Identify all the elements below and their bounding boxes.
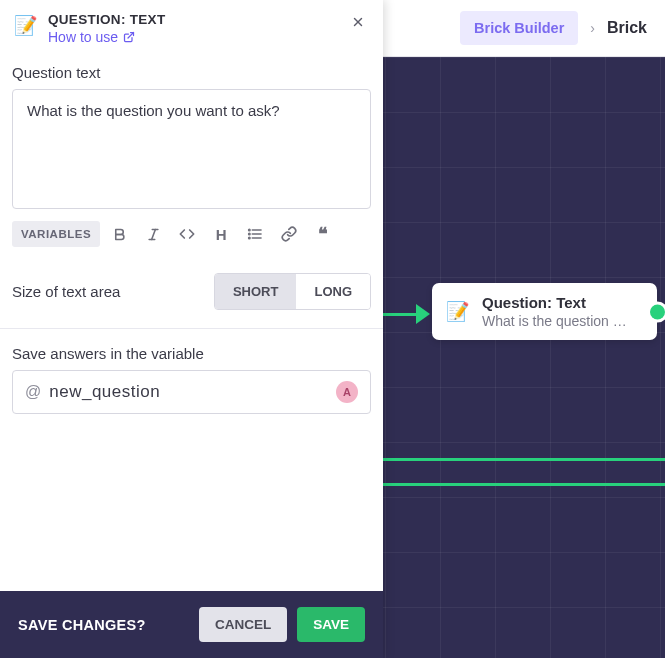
save-changes-label: SAVE CHANGES? — [18, 617, 146, 633]
list-button[interactable] — [240, 219, 270, 249]
code-button[interactable] — [172, 219, 202, 249]
size-row: Size of text area SHORT LONG — [0, 257, 383, 329]
list-icon — [247, 226, 263, 242]
breadcrumb-separator: › — [590, 20, 595, 36]
bold-button[interactable] — [104, 219, 134, 249]
save-button[interactable]: SAVE — [297, 607, 365, 642]
close-icon — [351, 15, 365, 29]
variables-button[interactable]: VARIABLES — [12, 221, 100, 247]
heading-button[interactable]: H — [206, 219, 236, 249]
how-to-use-link[interactable]: How to use — [48, 29, 135, 45]
svg-line-0 — [128, 33, 134, 39]
italic-button[interactable] — [138, 219, 168, 249]
size-segmented: SHORT LONG — [214, 273, 371, 310]
node-title: Question: Text — [482, 294, 643, 311]
panel-footer: SAVE CHANGES? CANCEL SAVE — [0, 591, 383, 658]
external-link-icon — [123, 31, 135, 43]
at-symbol: @ — [25, 383, 41, 401]
question-icon: 📝 — [14, 14, 38, 37]
bold-icon — [112, 227, 127, 242]
italic-icon — [146, 227, 161, 242]
node-subtitle: What is the question … — [482, 313, 643, 329]
node-input-arrow — [383, 304, 433, 324]
save-variable-label: Save answers in the variable — [12, 345, 371, 362]
editor-panel: 📝 QUESTION: TEXT How to use Question tex… — [0, 0, 383, 658]
question-node[interactable]: 📝 Question: Text What is the question … — [432, 283, 657, 340]
question-text-input[interactable] — [12, 89, 371, 209]
link-icon — [281, 226, 297, 242]
size-label: Size of text area — [12, 283, 120, 300]
variable-name-input[interactable] — [49, 382, 336, 402]
svg-point-11 — [249, 237, 250, 238]
size-long-button[interactable]: LONG — [296, 274, 370, 309]
svg-line-5 — [151, 229, 155, 239]
connection-line — [383, 458, 665, 461]
node-output-port[interactable] — [650, 304, 665, 319]
quote-icon: ❝ — [318, 225, 328, 243]
link-button[interactable] — [274, 219, 304, 249]
panel-title: QUESTION: TEXT — [48, 12, 347, 27]
editor-toolbar: VARIABLES H ❝ — [12, 219, 371, 249]
panel-header: 📝 QUESTION: TEXT How to use — [0, 0, 383, 56]
close-button[interactable] — [347, 12, 369, 34]
svg-point-10 — [249, 233, 250, 234]
variable-input-wrapper[interactable]: @ A — [12, 370, 371, 414]
quote-button[interactable]: ❝ — [308, 219, 338, 249]
connection-line — [383, 483, 665, 486]
cancel-button[interactable]: CANCEL — [199, 607, 287, 642]
svg-point-9 — [249, 229, 250, 230]
how-to-use-label: How to use — [48, 29, 118, 45]
heading-icon: H — [216, 226, 227, 243]
code-icon — [179, 226, 195, 242]
variable-type-badge: A — [336, 381, 358, 403]
question-text-label: Question text — [12, 64, 371, 81]
size-short-button[interactable]: SHORT — [215, 274, 297, 309]
breadcrumb-current[interactable]: Brick — [607, 19, 647, 37]
breadcrumb-builder[interactable]: Brick Builder — [460, 11, 578, 45]
question-node-icon: 📝 — [446, 302, 470, 321]
